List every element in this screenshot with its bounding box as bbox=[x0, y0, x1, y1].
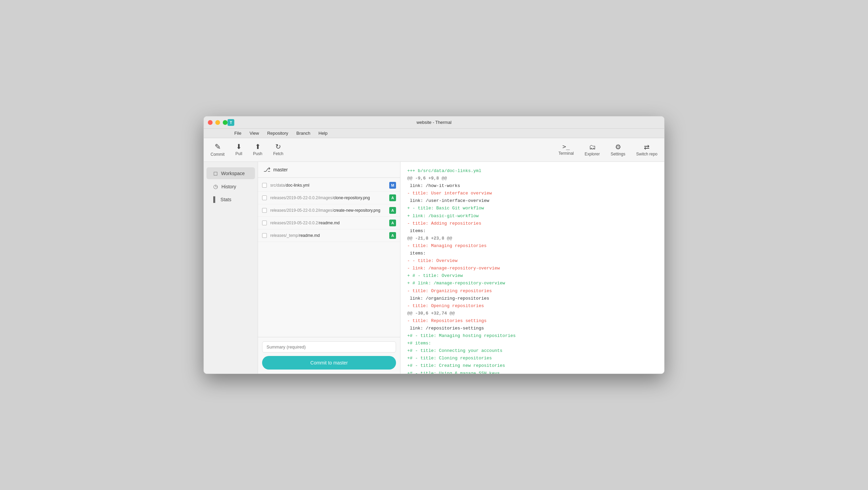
file-item-2[interactable]: releases/2019-05-22-0.0.2/images/create-… bbox=[258, 204, 400, 217]
diff-line: +# items: bbox=[407, 340, 657, 347]
file-name-3: readme.md bbox=[319, 221, 340, 225]
file-path-2: releases/2019-05-22-0.0.2/images/create-… bbox=[270, 208, 389, 213]
file-path-3: releases/2019-05-22-0.0.2/readme.md bbox=[270, 221, 389, 225]
file-dir-2: releases/2019-05-22-0.0.2/images/ bbox=[270, 208, 333, 213]
diff-line: + - title: Basic Git workflow bbox=[407, 205, 657, 212]
pull-icon: ⬇ bbox=[236, 143, 242, 150]
commit-toolbar-btn[interactable]: ✎ Commit bbox=[211, 143, 224, 157]
file-item-0[interactable]: src/data/doc-links.yml M bbox=[258, 179, 400, 192]
sidebar-item-history-label: History bbox=[221, 184, 236, 189]
settings-toolbar-btn[interactable]: ⚙ Settings bbox=[611, 144, 625, 156]
diff-line: @@ -9,6 +9,8 @@ bbox=[407, 175, 657, 182]
diff-line: +++ b/src/data/doc-links.yml bbox=[407, 167, 657, 175]
file-badge-0: M bbox=[389, 182, 396, 189]
branch-name: master bbox=[273, 167, 288, 172]
file-dir-3: releases/2019-05-22-0.0.2/ bbox=[270, 221, 319, 225]
sidebar-item-workspace[interactable]: ◻ Workspace bbox=[206, 167, 255, 179]
fetch-icon: ↻ bbox=[275, 143, 281, 150]
diff-line: items: bbox=[407, 227, 657, 235]
settings-label: Settings bbox=[611, 152, 625, 156]
diff-line: - title: Opening repositories bbox=[407, 302, 657, 310]
menu-view[interactable]: View bbox=[246, 130, 262, 136]
file-dir-0: src/data/ bbox=[270, 183, 286, 188]
file-checkbox-1[interactable] bbox=[262, 195, 267, 200]
commit-icon: ✎ bbox=[215, 143, 221, 151]
explorer-label: Explorer bbox=[585, 152, 600, 156]
file-item-3[interactable]: releases/2019-05-22-0.0.2/readme.md A bbox=[258, 217, 400, 229]
diff-line: @@ -30,6 +32,74 @@ bbox=[407, 310, 657, 317]
diff-line: +# - title: Cloning repositories bbox=[407, 355, 657, 362]
pull-label: Pull bbox=[235, 151, 242, 156]
file-path-0: src/data/doc-links.yml bbox=[270, 183, 389, 188]
toolbar-right: >_ Terminal 🗂 Explorer ⚙ Settings ⇄ Swit… bbox=[558, 144, 657, 156]
switch-repo-toolbar-btn[interactable]: ⇄ Switch repo bbox=[636, 144, 657, 156]
push-toolbar-btn[interactable]: ⬆ Push bbox=[253, 143, 262, 157]
fetch-toolbar-btn[interactable]: ↻ Fetch bbox=[273, 143, 283, 157]
sidebar-item-stats[interactable]: ▌ Stats bbox=[206, 194, 255, 205]
file-checkbox-4[interactable] bbox=[262, 233, 267, 238]
file-name-1: clone-repository.png bbox=[333, 195, 370, 200]
diff-line: + # - title: Overview bbox=[407, 272, 657, 280]
file-badge-2: A bbox=[389, 207, 396, 214]
file-badge-3: A bbox=[389, 220, 396, 226]
menu-branch[interactable]: Branch bbox=[293, 130, 314, 136]
toolbar: ✎ Commit ⬇ Pull ⬆ Push ↻ Fetch >_ Termin… bbox=[204, 138, 664, 162]
file-dir-1: releases/2019-05-22-0.0.2/images/ bbox=[270, 195, 333, 200]
diff-line: @@ -21,8 +23,8 @@ bbox=[407, 235, 657, 242]
menu-repository[interactable]: Repository bbox=[264, 130, 292, 136]
sidebar-item-stats-label: Stats bbox=[220, 197, 231, 202]
file-list: src/data/doc-links.yml M releases/2019-0… bbox=[258, 178, 400, 337]
file-checkbox-0[interactable] bbox=[262, 183, 267, 188]
file-item-1[interactable]: releases/2019-05-22-0.0.2/images/clone-r… bbox=[258, 192, 400, 204]
diff-line: +# - title: Creating new repositories bbox=[407, 362, 657, 370]
app-window: T website - Thermal File View Repository… bbox=[203, 116, 665, 374]
file-badge-4: A bbox=[389, 232, 396, 239]
diff-line: - title: User interface overview bbox=[407, 190, 657, 197]
diff-line: link: /organizing-repositories bbox=[407, 295, 657, 302]
history-icon: ◷ bbox=[213, 183, 218, 190]
terminal-icon: >_ bbox=[563, 144, 570, 150]
switch-repo-label: Switch repo bbox=[636, 152, 657, 156]
fetch-label: Fetch bbox=[273, 151, 283, 156]
branch-header: ⎇ master bbox=[258, 162, 400, 178]
menu-help[interactable]: Help bbox=[315, 130, 331, 136]
sidebar: ◻ Workspace ◷ History ▌ Stats bbox=[204, 162, 258, 374]
diff-line: link: /repositories-settings bbox=[407, 325, 657, 332]
diff-line: - title: Organizing repositories bbox=[407, 287, 657, 295]
app-icon: T bbox=[228, 119, 234, 126]
file-name-0: doc-links.yml bbox=[286, 183, 309, 188]
menu-file[interactable]: File bbox=[231, 130, 245, 136]
file-checkbox-3[interactable] bbox=[262, 221, 267, 225]
toolbar-left: ✎ Commit ⬇ Pull ⬆ Push ↻ Fetch bbox=[211, 143, 283, 157]
summary-input[interactable] bbox=[262, 341, 396, 353]
file-dir-4: releases/_temp/ bbox=[270, 233, 299, 238]
branch-icon: ⎇ bbox=[263, 166, 271, 173]
left-panel: ⎇ master src/data/doc-links.yml M releas… bbox=[258, 162, 400, 374]
title-bar: T website - Thermal bbox=[204, 116, 664, 129]
file-path-4: releases/_temp/readme.md bbox=[270, 233, 389, 238]
close-button[interactable] bbox=[208, 120, 213, 125]
main-content: ◻ Workspace ◷ History ▌ Stats ⎇ master bbox=[204, 162, 664, 374]
sidebar-item-history[interactable]: ◷ History bbox=[206, 181, 255, 192]
diff-panel[interactable]: +++ b/src/data/doc-links.yml@@ -9,6 +9,8… bbox=[400, 162, 664, 374]
file-path-1: releases/2019-05-22-0.0.2/images/clone-r… bbox=[270, 195, 389, 200]
diff-line: - - title: Overview bbox=[407, 257, 657, 265]
pull-toolbar-btn[interactable]: ⬇ Pull bbox=[235, 143, 242, 157]
commit-to-master-button[interactable]: Commit to master bbox=[262, 356, 396, 370]
settings-icon: ⚙ bbox=[615, 144, 621, 150]
push-icon: ⬆ bbox=[255, 143, 261, 150]
commit-area: Commit to master bbox=[258, 337, 400, 374]
file-checkbox-2[interactable] bbox=[262, 208, 267, 213]
minimize-button[interactable] bbox=[215, 120, 220, 125]
diff-line: - link: /manage-repository-overview bbox=[407, 265, 657, 272]
explorer-toolbar-btn[interactable]: 🗂 Explorer bbox=[585, 144, 600, 156]
commit-label: Commit bbox=[211, 152, 224, 157]
maximize-button[interactable] bbox=[223, 120, 228, 125]
file-badge-1: A bbox=[389, 194, 396, 201]
diff-line: - title: Adding repositories bbox=[407, 220, 657, 227]
terminal-toolbar-btn[interactable]: >_ Terminal bbox=[558, 144, 574, 156]
file-item-4[interactable]: releases/_temp/readme.md A bbox=[258, 229, 400, 242]
window-controls bbox=[208, 120, 228, 125]
file-name-2: create-new-repository.png bbox=[333, 208, 380, 213]
menu-bar: File View Repository Branch Help bbox=[204, 129, 664, 138]
